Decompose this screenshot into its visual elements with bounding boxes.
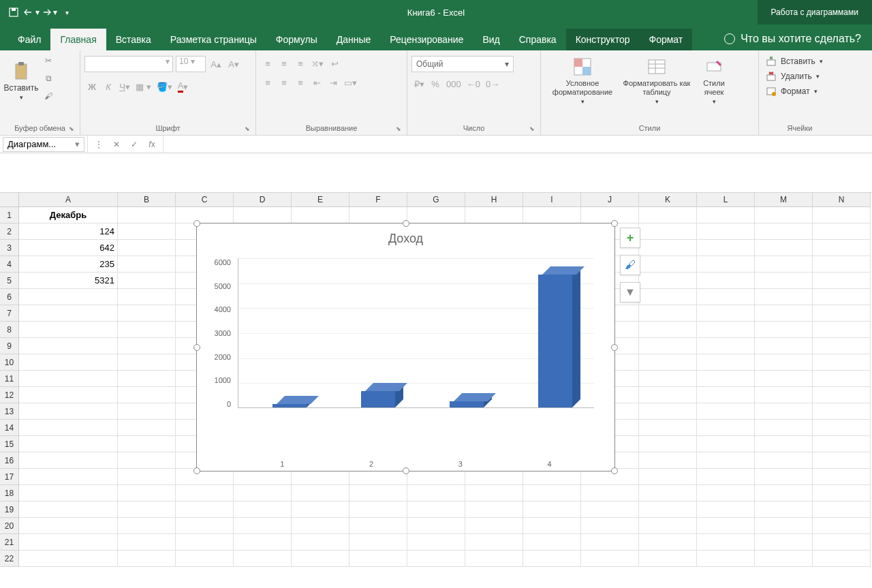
resize-handle-w[interactable] (193, 344, 200, 351)
tab-view[interactable]: Вид (473, 29, 509, 50)
cell-B14[interactable] (118, 420, 176, 436)
cell-I19[interactable] (523, 501, 581, 518)
tab-data[interactable]: Данные (327, 29, 381, 50)
cell-A22[interactable] (19, 551, 118, 567)
cell-L12[interactable] (697, 387, 755, 403)
cell-N4[interactable] (813, 256, 871, 273)
cell-L14[interactable] (697, 420, 755, 436)
cell-N15[interactable] (813, 436, 871, 452)
cell-D19[interactable] (234, 501, 292, 518)
cell-E19[interactable] (292, 501, 349, 518)
row-head-20[interactable]: 20 (0, 518, 19, 534)
cell-L1[interactable] (697, 207, 755, 223)
save-icon[interactable] (5, 4, 22, 20)
copy-icon[interactable]: ⧉ (41, 71, 56, 86)
tab-format[interactable]: Формат (639, 29, 692, 50)
comma-icon[interactable]: 000 (444, 76, 463, 91)
row-head-12[interactable]: 12 (0, 387, 19, 403)
cell-L11[interactable] (697, 371, 755, 387)
underline-button[interactable]: Ч ▾ (117, 79, 132, 94)
cell-A13[interactable] (19, 403, 118, 420)
cell-A19[interactable] (19, 501, 118, 518)
merge-button[interactable]: ▭▾ (342, 75, 359, 90)
cell-G21[interactable] (407, 534, 465, 551)
cell-D18[interactable] (234, 485, 292, 501)
cancel-icon[interactable]: ✕ (108, 138, 125, 151)
cell-L17[interactable] (697, 469, 755, 485)
row-head-8[interactable]: 8 (0, 322, 19, 338)
cell-F21[interactable] (349, 534, 407, 551)
cell-K4[interactable] (639, 256, 697, 273)
cell-M7[interactable] (755, 305, 813, 322)
cell-B1[interactable] (118, 207, 176, 223)
chart-plot-area[interactable]: 6000500040003000200010000 1234 (238, 258, 594, 449)
row-head-17[interactable]: 17 (0, 469, 19, 485)
cell-N16[interactable] (813, 452, 871, 469)
redo-icon[interactable]: ▾ (41, 4, 57, 20)
delete-cells-button[interactable]: Удалить ▾ (763, 69, 822, 83)
format-as-table-button[interactable]: Форматировать как таблицу▾ (623, 53, 691, 108)
col-head-E[interactable]: E (292, 193, 349, 207)
cell-M20[interactable] (755, 518, 813, 534)
cell-M10[interactable] (755, 354, 813, 371)
chart-title[interactable]: Доход (197, 223, 614, 251)
cell-A5[interactable]: 5321 (19, 273, 118, 289)
cell-M8[interactable] (755, 322, 813, 338)
cell-K8[interactable] (639, 322, 697, 338)
grow-font-icon[interactable]: A▴ (208, 57, 223, 72)
cell-G1[interactable] (407, 207, 465, 223)
cell-G18[interactable] (407, 485, 465, 501)
cell-K13[interactable] (639, 403, 697, 420)
cell-C18[interactable] (176, 485, 234, 501)
currency-icon[interactable]: ₽▾ (411, 76, 426, 91)
chart-filter-button[interactable]: ▼ (620, 282, 640, 303)
cell-A15[interactable] (19, 436, 118, 452)
cell-E21[interactable] (292, 534, 349, 551)
row-head-14[interactable]: 14 (0, 420, 19, 436)
cell-H1[interactable] (465, 207, 523, 223)
cell-C21[interactable] (176, 534, 234, 551)
col-head-L[interactable]: L (697, 193, 755, 207)
cell-M12[interactable] (755, 387, 813, 403)
resize-handle-se[interactable] (611, 467, 618, 474)
qat-customize-icon[interactable]: ▾ (59, 4, 75, 20)
cell-M13[interactable] (755, 403, 813, 420)
wrap-text-icon[interactable]: ↩ (327, 56, 342, 71)
cell-N14[interactable] (813, 420, 871, 436)
row-head-9[interactable]: 9 (0, 338, 19, 354)
cell-A2[interactable]: 124 (19, 223, 118, 240)
tab-file[interactable]: Файл (8, 29, 50, 50)
cell-L16[interactable] (697, 452, 755, 469)
italic-button[interactable]: К (101, 79, 116, 94)
cell-E18[interactable] (292, 485, 349, 501)
resize-handle-ne[interactable] (611, 220, 618, 227)
cell-I20[interactable] (523, 518, 581, 534)
cell-L22[interactable] (697, 551, 755, 567)
paste-button[interactable]: Вставить ▾ (4, 53, 38, 108)
cell-K18[interactable] (639, 485, 697, 501)
cell-E20[interactable] (292, 518, 349, 534)
shrink-font-icon[interactable]: A▾ (226, 57, 241, 72)
cell-I1[interactable] (523, 207, 581, 223)
enter-icon[interactable]: ✓ (126, 138, 142, 151)
row-head-1[interactable]: 1 (0, 207, 19, 223)
cell-J20[interactable] (581, 518, 639, 534)
row-head-18[interactable]: 18 (0, 485, 19, 501)
col-head-K[interactable]: K (639, 193, 697, 207)
cell-N13[interactable] (813, 403, 871, 420)
cell-M4[interactable] (755, 256, 813, 273)
cell-K2[interactable] (639, 223, 697, 240)
cell-H19[interactable] (465, 501, 523, 518)
chart-object[interactable]: Доход 6000500040003000200010000 1234 + 🖌… (196, 223, 615, 471)
cell-K3[interactable] (639, 240, 697, 256)
row-head-11[interactable]: 11 (0, 371, 19, 387)
col-head-B[interactable]: B (118, 193, 176, 207)
col-head-J[interactable]: J (581, 193, 639, 207)
cell-J19[interactable] (581, 501, 639, 518)
formula-input[interactable] (164, 136, 872, 153)
cell-A4[interactable]: 235 (19, 256, 118, 273)
cell-A16[interactable] (19, 452, 118, 469)
resize-handle-nw[interactable] (193, 220, 200, 227)
cell-A11[interactable] (19, 371, 118, 387)
clipboard-launcher-icon[interactable]: ⬊ (69, 125, 74, 132)
